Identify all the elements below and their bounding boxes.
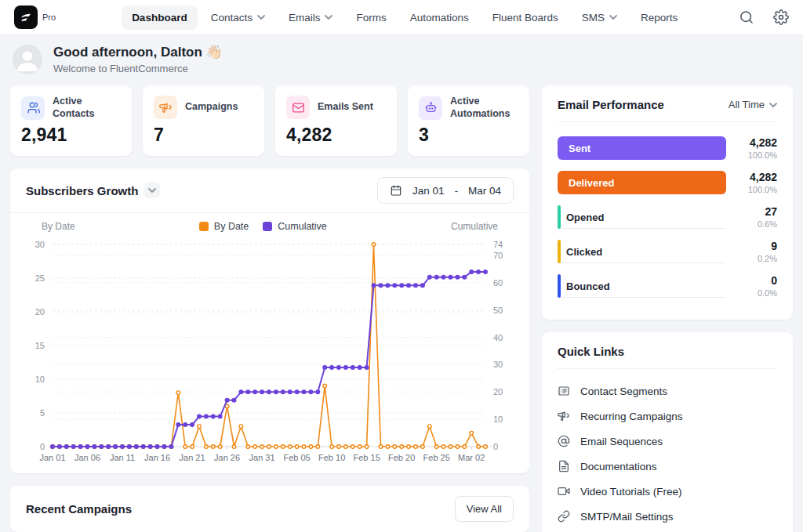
clicked-percent: 0.2%	[736, 254, 777, 263]
email-performance-card: Email Performance All Time Sent 4,282100…	[542, 85, 793, 320]
svg-text:0: 0	[40, 442, 45, 451]
nav-item-dashboard[interactable]: Dashboard	[122, 5, 198, 30]
nav-item-automations[interactable]: Automations	[400, 5, 479, 30]
quick-link-contact-segments[interactable]: Contact Segments	[558, 378, 777, 404]
quick-link-documentations[interactable]: Documentations	[558, 454, 777, 479]
greeting-title: Good afternoon, Dalton 👋🏻	[53, 44, 223, 60]
opened-value: 27	[736, 205, 777, 218]
nav-item-sms[interactable]: SMS	[572, 5, 627, 30]
svg-text:30: 30	[493, 360, 503, 369]
document-icon	[558, 460, 570, 472]
chart-legend: By Date Cumulative	[199, 221, 327, 232]
nav-item-fluent-boards[interactable]: Fluent Boards	[482, 5, 569, 30]
svg-text:5: 5	[40, 408, 45, 418]
stat-card-emails-sent[interactable]: Emails Sent 4,282	[275, 85, 397, 156]
clicked-value: 9	[736, 240, 777, 252]
chevron-down-icon	[769, 103, 777, 107]
users-icon	[21, 96, 45, 120]
quick-links-title: Quick Links	[558, 345, 624, 358]
delivered-percent: 100.0%	[736, 185, 777, 194]
legend-swatch-orange	[199, 222, 209, 231]
date-range-start: Jan 01	[412, 185, 445, 197]
stat-card-active-contacts[interactable]: Active Contacts 2,941	[10, 85, 132, 156]
recent-campaigns-card: Recent Campaigns View All	[10, 486, 529, 532]
quick-links-card: Quick Links Contact Segments Recurring C…	[542, 332, 793, 532]
chevron-down-icon	[325, 15, 332, 20]
nav-item-emails[interactable]: Emails	[278, 5, 343, 30]
stat-value: 2,941	[21, 125, 121, 146]
chevron-down-icon	[148, 188, 156, 193]
svg-text:Feb 10: Feb 10	[318, 453, 345, 462]
pro-badge: Pro	[42, 13, 56, 22]
svg-text:50: 50	[493, 306, 503, 315]
avatar[interactable]	[13, 45, 42, 74]
svg-text:Jan 31: Jan 31	[249, 453, 275, 462]
perf-row-bounced: Bounced 00.0%	[558, 274, 777, 298]
quick-link-recurring-campaigns[interactable]: Recurring Campaigns	[558, 404, 777, 429]
video-icon	[558, 485, 570, 498]
view-all-button[interactable]: View All	[455, 496, 514, 522]
top-navigation-bar: Pro Dashboard Contacts Emails Forms Auto…	[0, 0, 803, 35]
search-icon[interactable]	[739, 9, 754, 25]
contact-segments-icon	[558, 385, 570, 397]
envelope-icon	[286, 96, 310, 119]
legend-cumulative[interactable]: Cumulative	[263, 221, 327, 232]
stat-value: 7	[154, 125, 253, 146]
date-range-picker[interactable]: Jan 01 - Mar 04	[377, 177, 514, 204]
growth-title-dropdown[interactable]	[144, 183, 160, 198]
fluentcrm-logo-icon	[19, 10, 33, 24]
svg-text:Feb 05: Feb 05	[283, 453, 310, 462]
svg-text:0: 0	[493, 442, 498, 451]
svg-text:15: 15	[35, 341, 45, 350]
svg-text:Jan 21: Jan 21	[180, 453, 205, 462]
nav-item-contacts[interactable]: Contacts	[201, 5, 275, 30]
svg-text:Feb 15: Feb 15	[354, 453, 380, 462]
fluentcrm-logo[interactable]	[14, 5, 38, 29]
svg-text:30: 30	[35, 240, 45, 249]
greeting-section: Good afternoon, Dalton 👋🏻 Welcome to Flu…	[10, 35, 793, 85]
svg-text:10: 10	[35, 375, 45, 384]
time-filter-dropdown[interactable]: All Time	[729, 99, 777, 110]
stats-row: Active Contacts 2,941 Campaigns 7	[10, 85, 529, 156]
nav-item-forms[interactable]: Forms	[346, 5, 396, 30]
perf-row-clicked: Clicked 90.2%	[558, 240, 777, 263]
stat-card-active-automations[interactable]: Active Automations 3	[408, 85, 529, 156]
gear-icon[interactable]	[773, 9, 789, 25]
svg-text:Jan 06: Jan 06	[74, 453, 100, 462]
email-performance-title: Email Performance	[558, 98, 664, 111]
line-chart-plot[interactable]: 05101520253001020304050607074Jan 01Jan 0…	[21, 233, 518, 469]
waving-hand-emoji: 👋🏻	[206, 45, 223, 60]
person-icon	[13, 45, 42, 74]
chevron-down-icon	[257, 15, 265, 20]
recent-campaigns-title: Recent Campaigns	[26, 502, 132, 516]
svg-text:60: 60	[493, 278, 503, 288]
svg-text:Feb 20: Feb 20	[388, 453, 415, 462]
stat-value: 4,282	[286, 125, 386, 146]
clicked-bar	[558, 240, 561, 263]
at-sign-icon	[558, 435, 570, 447]
main-nav: Dashboard Contacts Emails Forms Automati…	[122, 5, 688, 30]
greeting-subtitle: Welcome to FluentCommerce	[53, 63, 223, 74]
chevron-down-icon	[609, 15, 617, 20]
svg-text:Mar 02: Mar 02	[458, 453, 485, 462]
quick-link-smtp-mail-settings[interactable]: SMTP/Mail Settings	[558, 504, 777, 529]
svg-text:20: 20	[35, 307, 45, 317]
right-axis-title: Cumulative	[451, 221, 498, 232]
perf-row-delivered: Delivered 4,282100.0%	[558, 171, 777, 194]
sent-value: 4,282	[736, 136, 777, 149]
subscribers-growth-chart: By Date By Date Cumulative Cumulative 05…	[10, 213, 529, 473]
legend-swatch-purple	[263, 222, 272, 231]
stat-card-campaigns[interactable]: Campaigns 7	[143, 85, 264, 156]
perf-row-sent: Sent 4,282100.0%	[558, 136, 777, 160]
stat-value: 3	[419, 125, 518, 146]
quick-link-email-sequences[interactable]: Email Sequences	[558, 429, 777, 454]
quick-link-video-tutorials[interactable]: Video Tutorials (Free)	[558, 479, 777, 504]
svg-text:Jan 16: Jan 16	[144, 453, 170, 462]
robot-icon	[419, 96, 442, 120]
opened-percent: 0.6%	[736, 219, 777, 229]
nav-item-reports[interactable]: Reports	[630, 5, 688, 30]
calendar-icon	[390, 184, 402, 197]
legend-by-date[interactable]: By Date	[199, 221, 249, 232]
svg-text:10: 10	[493, 414, 503, 424]
subscribers-growth-card: Subscribers Growth Jan 01 - Mar 04 By Da…	[10, 168, 529, 473]
